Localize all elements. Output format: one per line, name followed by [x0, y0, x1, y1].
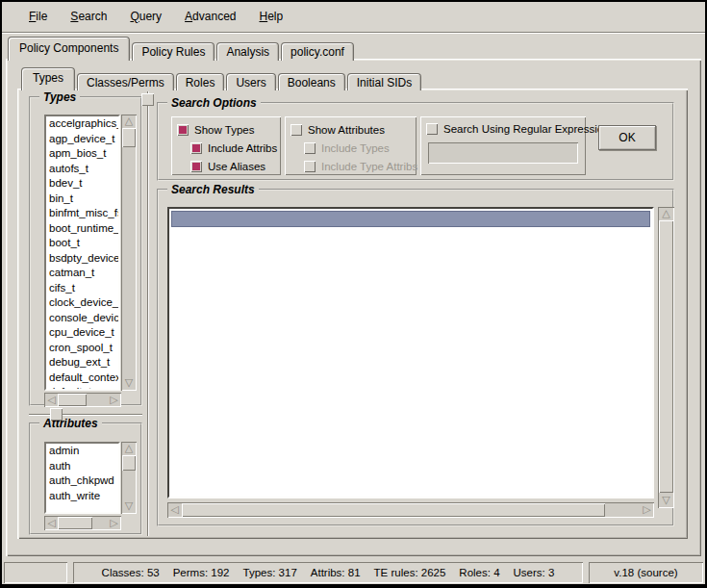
types-vertical-scrollbar[interactable]: △ ▽	[121, 115, 137, 391]
scroll-right-icon[interactable]: ▷	[641, 503, 653, 517]
checkbox-label: Include Types	[321, 142, 390, 154]
status-stat: Users: 3	[514, 567, 555, 578]
tab-label: Users	[236, 76, 265, 89]
regex-checkbox[interactable]: Search Using Regular Expression	[426, 122, 610, 136]
checkbox-label: Include Attribs	[208, 142, 277, 154]
list-item[interactable]: default_context	[46, 371, 118, 386]
list-item[interactable]: console_device	[46, 311, 118, 326]
sub-tab[interactable]: Classes/Perms	[77, 73, 174, 90]
checkbox-indicator-icon	[177, 124, 189, 136]
scroll-left-icon[interactable]: ◁	[45, 517, 58, 529]
tab-label: Policy Rules	[141, 45, 205, 59]
sub-tab[interactable]: Roles	[176, 73, 225, 90]
list-item[interactable]: clock_device_t	[46, 295, 118, 311]
list-item[interactable]: auth_chkpwd	[46, 473, 118, 489]
scroll-right-icon[interactable]: ▷	[108, 517, 120, 529]
list-item[interactable]: autofs_t	[46, 162, 118, 177]
search-results-textarea[interactable]	[167, 207, 654, 499]
types-listbox[interactable]: accelgraphics_e agp_device_t apm_bios_t …	[44, 115, 120, 391]
main-tab[interactable]: Policy Rules	[132, 42, 215, 61]
scrollbar-thumb[interactable]	[182, 503, 605, 517]
horizontal-sash-grip[interactable]	[50, 408, 63, 421]
search-options-title: Search Options	[167, 96, 261, 110]
tab-label: policy.conf	[290, 45, 344, 59]
checkbox-indicator-icon	[426, 123, 438, 135]
status-panel-stats: Classes: 53 Perms: 192 Types: 317 Attrib…	[73, 562, 583, 583]
regex-input[interactable]	[428, 142, 578, 164]
include-attribs-checkbox[interactable]: Include Attribs	[190, 141, 277, 155]
list-item[interactable]: auth	[46, 459, 118, 474]
checkbox-label: Include Type Attribs	[321, 161, 417, 172]
scroll-right-icon[interactable]: ▷	[108, 394, 120, 406]
scrollbar-thumb[interactable]	[659, 220, 673, 493]
attributes-horizontal-scrollbar[interactable]: ◁ ▷	[44, 516, 121, 530]
menu-item[interactable]: File	[29, 10, 47, 23]
scroll-up-icon[interactable]: △	[122, 443, 136, 455]
sub-tab[interactable]: Types	[21, 67, 75, 90]
show-attributes-checkbox[interactable]: Show Attributes	[290, 123, 385, 137]
scrollbar-thumb[interactable]	[58, 394, 87, 406]
list-item[interactable]: auth_write	[46, 489, 118, 504]
list-item[interactable]: catman_t	[46, 266, 118, 281]
list-item[interactable]: debug_ext_t	[46, 355, 118, 371]
tab-label: Classes/Perms	[87, 76, 164, 89]
main-tab[interactable]: policy.conf	[281, 42, 354, 61]
list-item[interactable]: bsdpty_device_	[46, 251, 118, 267]
results-vertical-scrollbar[interactable]: △ ▽	[658, 207, 674, 508]
use-aliases-checkbox[interactable]: Use Aliases	[190, 160, 265, 173]
scroll-up-icon[interactable]: △	[122, 115, 136, 128]
scroll-up-icon[interactable]: △	[659, 208, 673, 220]
scrollbar-thumb[interactable]	[122, 455, 136, 471]
menu-item[interactable]: Search	[70, 10, 107, 23]
scroll-down-icon[interactable]: ▽	[122, 500, 136, 513]
list-item[interactable]: cron_spool_t	[46, 341, 118, 356]
list-item[interactable]: bin_t	[46, 192, 118, 207]
main-tab[interactable]: Policy Components	[8, 37, 130, 61]
horizontal-sash[interactable]	[29, 414, 142, 416]
sub-tab-bar: Types Classes/Perms Roles Users Booleans…	[21, 67, 421, 90]
vertical-sash[interactable]	[147, 91, 149, 536]
types-horizontal-scrollbar[interactable]: ◁ ▷	[44, 393, 121, 407]
scrollbar-thumb[interactable]	[122, 128, 136, 147]
ok-button[interactable]: OK	[598, 125, 656, 150]
scroll-down-icon[interactable]: ▽	[659, 495, 673, 507]
list-item[interactable]: accelgraphics_e	[46, 116, 118, 132]
vertical-sash-grip[interactable]	[141, 93, 154, 106]
status-panel-left	[4, 562, 67, 583]
include-type-attribs-checkbox[interactable]: Include Type Attribs	[304, 160, 417, 173]
list-item[interactable]: cifs_t	[46, 281, 118, 296]
list-item[interactable]: agp_device_t	[46, 132, 118, 147]
list-item[interactable]: apm_bios_t	[46, 146, 118, 162]
checkbox-label: Search Using Regular Expression	[443, 123, 610, 135]
attributes-frame: Attributes admin auth auth_chkpwd auth_w…	[29, 422, 142, 535]
list-item[interactable]: boot_runtime_t	[46, 221, 118, 237]
search-results-title: Search Results	[167, 183, 259, 196]
show-types-checkbox[interactable]: Show Types	[177, 123, 254, 137]
list-item[interactable]: bdev_t	[46, 176, 118, 192]
main-tab-bar: Policy Components Policy Rules Analysis …	[8, 37, 354, 61]
scroll-left-icon[interactable]: ◁	[168, 503, 181, 517]
list-item[interactable]: binfmt_misc_fs	[46, 206, 118, 221]
types-frame-title: Types	[39, 90, 80, 104]
menu-item[interactable]: Query	[130, 10, 162, 23]
scroll-down-icon[interactable]: ▽	[122, 377, 136, 390]
menu-item[interactable]: Help	[259, 10, 283, 23]
list-item[interactable]: default_t	[46, 385, 118, 391]
attributes-listbox[interactable]: admin auth auth_chkpwd auth_write	[44, 442, 120, 514]
scroll-left-icon[interactable]: ◁	[45, 394, 58, 406]
main-tab[interactable]: Analysis	[216, 42, 279, 61]
sub-tab[interactable]: Users	[226, 73, 275, 90]
list-item[interactable]: admin	[46, 444, 118, 459]
include-types-checkbox[interactable]: Include Types	[304, 141, 390, 155]
menu-item[interactable]: Advanced	[185, 10, 236, 23]
app-window: File Search Query Advanced Help Policy C…	[2, 2, 705, 584]
results-horizontal-scrollbar[interactable]: ◁ ▷	[167, 502, 654, 518]
sub-tab[interactable]: Initial SIDs	[347, 73, 421, 90]
version-label: v.18 (source)	[614, 567, 677, 578]
checkbox-indicator-icon	[290, 124, 302, 136]
sub-tab[interactable]: Booleans	[278, 73, 345, 90]
list-item[interactable]: cpu_device_t	[46, 325, 118, 341]
list-item[interactable]: boot_t	[46, 236, 118, 251]
scrollbar-thumb[interactable]	[58, 517, 92, 529]
attributes-vertical-scrollbar[interactable]: △ ▽	[121, 442, 137, 514]
